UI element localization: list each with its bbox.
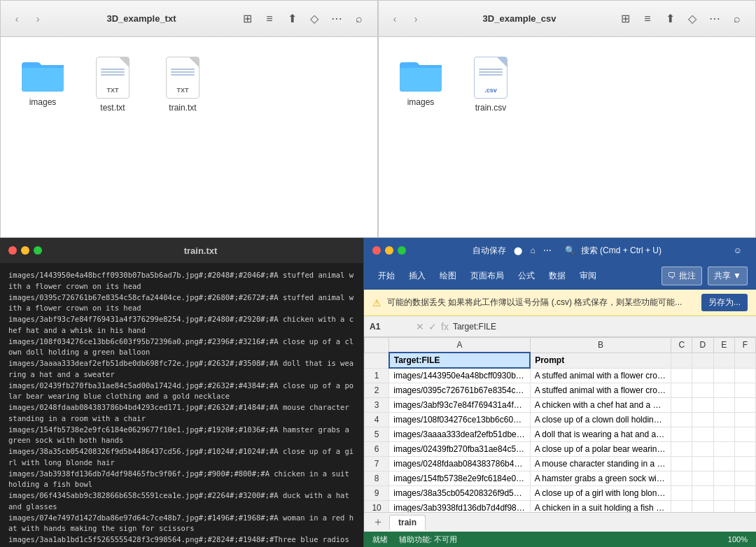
- share-btn[interactable]: 共享 ▼: [708, 267, 748, 285]
- cell-b4[interactable]: A close up of a clown doll holding a gre…: [530, 413, 671, 427]
- images-folder-right[interactable]: images: [393, 51, 449, 118]
- cell-e7[interactable]: [713, 457, 734, 471]
- tag-right[interactable]: ◇: [682, 9, 702, 29]
- cell-e6[interactable]: [713, 442, 734, 457]
- add-sheet-button[interactable]: ＋: [370, 515, 386, 530]
- cell-a7[interactable]: images/0248fdaab084383786b4bd4293ced171.…: [389, 457, 530, 471]
- comment-btn[interactable]: 🗨 批注: [662, 267, 701, 285]
- cell-b3[interactable]: A chicken with a chef hat and a whisk in…: [530, 398, 671, 413]
- test-txt-file[interactable]: TXT test.txt: [85, 51, 141, 118]
- cell-c9[interactable]: [671, 486, 692, 501]
- share-right[interactable]: ⬆: [660, 9, 680, 29]
- cell-d2[interactable]: [692, 383, 713, 398]
- excel-close-btn[interactable]: [372, 246, 381, 255]
- cell-b7[interactable]: A mouse character standing in a room wit…: [530, 457, 671, 471]
- cell-e5[interactable]: [713, 427, 734, 442]
- cell-a1[interactable]: images/1443950e4a48bcff0930b07ba5b6ad7b.…: [389, 368, 530, 383]
- excel-maximize-btn[interactable]: [398, 246, 406, 255]
- cell-c0[interactable]: [671, 353, 692, 368]
- ribbon-tab-data[interactable]: 数据: [543, 267, 571, 285]
- cell-e10[interactable]: [713, 501, 734, 513]
- ribbon-tab-draw[interactable]: 绘图: [434, 267, 462, 285]
- ribbon-tab-layout[interactable]: 页面布局: [465, 267, 510, 285]
- cell-e9[interactable]: [713, 486, 734, 501]
- editor-content[interactable]: images/1443950e4a48bcff0930b07ba5b6ad7b.…: [0, 263, 363, 547]
- cell-c7[interactable]: [671, 457, 692, 471]
- cell-d5[interactable]: [692, 427, 713, 442]
- more-toolbar-btn[interactable]: ⋯: [543, 246, 552, 255]
- cell-b10[interactable]: A chicken in a suit holding a fish bowl: [530, 501, 671, 513]
- cell-c5[interactable]: [671, 427, 692, 442]
- images-folder-left[interactable]: images: [15, 51, 71, 118]
- cell-f8[interactable]: [734, 471, 755, 486]
- more-right[interactable]: ⋯: [705, 9, 724, 29]
- train-txt-file[interactable]: TXT train.txt: [155, 51, 211, 118]
- train-csv-file[interactable]: .csv train.csv: [463, 51, 519, 118]
- cell-c2[interactable]: [671, 383, 692, 398]
- cell-a0[interactable]: Target:FILE: [389, 353, 530, 368]
- forward-button-right[interactable]: ›: [408, 11, 424, 27]
- cell-c4[interactable]: [671, 413, 692, 427]
- cell-e4[interactable]: [713, 413, 734, 427]
- search-placeholder-excel[interactable]: 搜索 (Cmd + Ctrl + U): [581, 246, 662, 255]
- close-button[interactable]: [8, 246, 17, 255]
- cell-c6[interactable]: [671, 442, 692, 457]
- search-left[interactable]: ⌕: [349, 9, 369, 29]
- cell-f3[interactable]: [734, 398, 755, 413]
- cell-e1[interactable]: [713, 368, 734, 383]
- col-header-f[interactable]: F: [734, 338, 755, 353]
- cell-a4[interactable]: images/108f034276ce13bb6c603f95b72396a0.…: [389, 413, 530, 427]
- back-button-right[interactable]: ‹: [387, 11, 402, 27]
- cell-f10[interactable]: [734, 501, 755, 513]
- share-left[interactable]: ⬆: [282, 9, 302, 29]
- view-options-right[interactable]: ⊞: [615, 9, 635, 29]
- autosave-toggle[interactable]: ⬤: [514, 246, 522, 255]
- cell-f9[interactable]: [734, 486, 755, 501]
- cell-e2[interactable]: [713, 383, 734, 398]
- cell-c3[interactable]: [671, 398, 692, 413]
- cell-a5[interactable]: images/3aaaa333deaf2efb51dbe0db698fc72e.…: [389, 427, 530, 442]
- cell-d4[interactable]: [692, 413, 713, 427]
- ribbon-tab-review[interactable]: 审阅: [574, 267, 602, 285]
- view-options-left[interactable]: ⊞: [237, 9, 257, 29]
- col-header-e[interactable]: E: [713, 338, 734, 353]
- smiley-btn[interactable]: ☺: [728, 243, 748, 258]
- cell-b6[interactable]: A close up of a polar bear wearing blue …: [530, 442, 671, 457]
- cell-f2[interactable]: [734, 383, 755, 398]
- tag-left[interactable]: ◇: [304, 9, 324, 29]
- cell-a3[interactable]: images/3abf93c7e84f769431a4f376299e8254.…: [389, 398, 530, 413]
- col-header-c[interactable]: C: [671, 338, 692, 353]
- cell-c1[interactable]: [671, 368, 692, 383]
- col-header-a[interactable]: A: [389, 338, 530, 353]
- cell-a6[interactable]: images/02439fb270fba31ae84c5ad00a17424d.…: [389, 442, 530, 457]
- cell-a8[interactable]: images/154fb5738e2e9fc6184e0629677f10e1.…: [389, 471, 530, 486]
- cell-d7[interactable]: [692, 457, 713, 471]
- ribbon-tab-insert[interactable]: 插入: [403, 267, 431, 285]
- sheet-tab-train[interactable]: train: [389, 515, 426, 530]
- cell-f6[interactable]: [734, 442, 755, 457]
- cell-c8[interactable]: [671, 471, 692, 486]
- cell-f1[interactable]: [734, 368, 755, 383]
- cell-b5[interactable]: A doll that is wearing a hat and a sweat…: [530, 427, 671, 442]
- cell-c10[interactable]: [671, 501, 692, 513]
- cell-e8[interactable]: [713, 471, 734, 486]
- cell-f7[interactable]: [734, 457, 755, 471]
- cell-d9[interactable]: [692, 486, 713, 501]
- cell-b9[interactable]: A close up of a girl with long blonde ha…: [530, 486, 671, 501]
- cell-a9[interactable]: images/38a35cb054208326f9d5b4486437cd56.…: [389, 486, 530, 501]
- cell-d6[interactable]: [692, 442, 713, 457]
- cell-f4[interactable]: [734, 413, 755, 427]
- search-icon-excel[interactable]: 🔍: [565, 246, 575, 255]
- cell-d8[interactable]: [692, 471, 713, 486]
- cell-a2[interactable]: images/0395c726761b67e8354c58cfa24404ce.…: [389, 383, 530, 398]
- minimize-button[interactable]: [21, 246, 29, 255]
- cell-b2[interactable]: A stuffed animal with a flower crown on …: [530, 383, 671, 398]
- cell-d10[interactable]: [692, 501, 713, 513]
- ribbon-tab-formula[interactable]: 公式: [512, 267, 540, 285]
- save-as-button[interactable]: 另存为...: [701, 294, 748, 311]
- ribbon-tab-start[interactable]: 开始: [372, 267, 400, 285]
- cell-d3[interactable]: [692, 398, 713, 413]
- cell-b0[interactable]: Prompt: [530, 353, 671, 368]
- maximize-button[interactable]: [34, 246, 42, 255]
- cell-a10[interactable]: images/3ab3938fd136db7d4df98465fbc9f06f.…: [389, 501, 530, 513]
